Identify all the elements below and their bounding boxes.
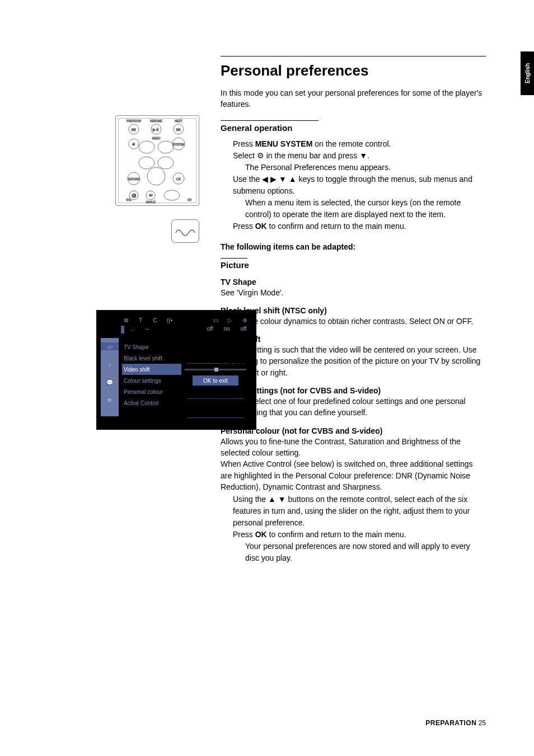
general-operation-heading: General operation	[221, 123, 486, 133]
intro-text: In this mode you can set your personal p…	[221, 87, 486, 110]
osd-tab: --	[140, 326, 154, 336]
svg-text:MENU: MENU	[152, 137, 161, 140]
svg-text:🔇: 🔇	[132, 193, 137, 198]
page-title: Personal preferences	[221, 62, 486, 79]
tv-shape-text: See 'Virgin Mode'.	[221, 287, 486, 298]
step-text: Press	[233, 222, 255, 231]
step-text: Use the ◀ ▶ ▼ ▲ keys to toggle through t…	[233, 173, 486, 197]
svg-text:RESUME: RESUME	[150, 119, 162, 123]
osd-top-icon: ⚙	[119, 317, 133, 323]
step-text: Select ⚙ in the menu bar and press ▼.	[233, 150, 486, 162]
svg-point-15	[158, 141, 174, 153]
step-subtext: The Personal Preferences menu appears.	[233, 162, 486, 173]
video-shift-heading: Video shift	[221, 335, 486, 344]
osd-menu-item: TV Shape	[122, 341, 181, 353]
svg-text:NEXT: NEXT	[175, 119, 182, 123]
osd-menu-item: Colour settings	[122, 375, 181, 386]
adaptable-heading: The following items can be adapted:	[221, 242, 486, 251]
personal-colour-text1: Allows you to fine-tune the Contrast, Sa…	[221, 436, 486, 459]
step-subtext: When a menu item is selected, the cursor…	[233, 197, 486, 220]
step-text: to confirm and return to the main menu.	[267, 222, 406, 231]
svg-text:CH: CH	[188, 198, 192, 201]
svg-text:⏭: ⏭	[176, 127, 181, 132]
svg-point-27	[164, 190, 180, 200]
personal-colour-steps: Using the ▲ ▼ buttons on the remote cont…	[221, 494, 486, 564]
remote-control-illustration: ⏮ ▶⏸ ⏭ PREVIOUS RESUME NEXT ■ MENU SYSTE…	[115, 115, 199, 206]
step-text-bold: OK	[255, 530, 267, 539]
step-text: to confirm and return to the main menu.	[267, 530, 406, 539]
osd-tab: ...	[125, 326, 140, 336]
colour-settings-text: You can select one of four predefined co…	[221, 396, 486, 419]
step-text: Press	[233, 530, 255, 539]
osd-slider	[185, 369, 246, 370]
osd-side-icon: 👁	[105, 396, 115, 404]
svg-point-17	[158, 157, 174, 169]
osd-menu-item: Black level shift	[122, 353, 181, 364]
general-operation-steps: Press MENU SYSTEM on the remote control.…	[221, 138, 486, 232]
black-level-heading: Black level shift (NTSC only)	[221, 306, 486, 315]
osd-menu-list: TV Shape Black level shift Video shift C…	[119, 338, 181, 416]
osd-menu-item: Active Control	[122, 397, 181, 408]
svg-text:OK: OK	[176, 177, 181, 181]
svg-text:SYSTEM: SYSTEM	[173, 143, 185, 146]
footer-page-number: 25	[479, 719, 486, 727]
svg-text:VOL: VOL	[126, 198, 132, 201]
picture-heading: Picture	[221, 260, 486, 270]
svg-point-14	[139, 141, 154, 153]
picture-icon	[171, 219, 199, 243]
step-subtext: Your personal preferences are now stored…	[233, 541, 486, 564]
osd-category-sidebar: ▭ ♪ 💬 👁	[101, 338, 119, 416]
tv-shape-heading: TV Shape	[221, 278, 486, 287]
osd-side-icon: 💬	[105, 378, 115, 386]
colour-settings-heading: Colour settings (not for CVBS and S-vide…	[221, 386, 486, 395]
step-text-bold: MENU SYSTEM	[255, 139, 313, 148]
osd-menu-item-selected: Video shift	[122, 364, 181, 375]
svg-text:▶⏸: ▶⏸	[153, 128, 160, 132]
svg-text:■: ■	[133, 142, 135, 147]
osd-top-icon: C	[148, 317, 162, 323]
step-text-bold: OK	[255, 222, 267, 231]
osd-side-icon: ▭	[101, 342, 119, 350]
osd-side-icon: ♪	[105, 360, 115, 368]
svg-text:ANGLE: ANGLE	[146, 200, 156, 204]
svg-text:PREVIOUS: PREVIOUS	[127, 119, 142, 123]
step-text: Press	[233, 139, 255, 148]
black-level-text: Adapts the colour dynamics to obtain ric…	[221, 316, 486, 327]
svg-point-22	[147, 167, 165, 185]
osd-menu-item: Personal colour	[122, 386, 181, 397]
page-footer: PREPARATION 25	[425, 719, 486, 727]
svg-text:👁: 👁	[149, 194, 153, 198]
footer-label: PREPARATION	[425, 719, 476, 727]
step-text: Using the ▲ ▼ buttons on the remote cont…	[233, 494, 486, 529]
osd-tab: off	[202, 326, 218, 336]
language-tab: English	[521, 51, 534, 95]
svg-text:⏮: ⏮	[132, 127, 136, 132]
personal-colour-text2: When Active Control (see below) is switc…	[221, 458, 486, 492]
video-shift-text: Factory setting is such that the video w…	[221, 344, 486, 378]
step-text: on the remote control.	[312, 139, 391, 148]
svg-point-16	[139, 157, 154, 169]
personal-colour-heading: Personal colour (not for CVBS and S-vide…	[221, 426, 486, 435]
svg-text:RETURN: RETURN	[128, 177, 140, 181]
osd-top-icon: T	[133, 317, 148, 323]
osd-top-icon: ((•	[162, 317, 177, 323]
